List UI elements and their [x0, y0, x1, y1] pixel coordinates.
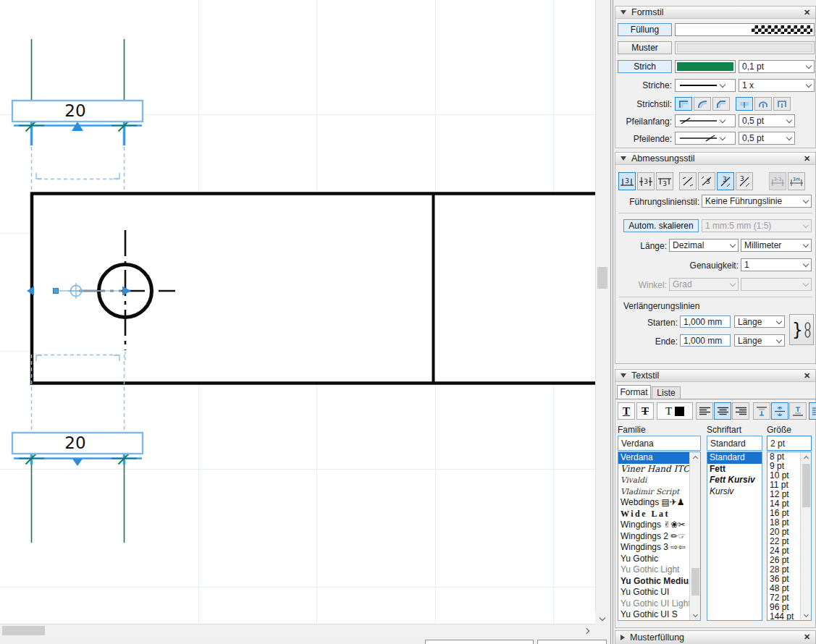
abmessungsstil-header[interactable]: Abmessungsstil ✕ [615, 153, 815, 165]
dash-style-combo[interactable] [675, 79, 736, 92]
list-item[interactable]: 12 pt [767, 490, 801, 499]
musterfuellung-header[interactable]: Musterfüllung ✕ [615, 631, 815, 644]
underline-button[interactable]: T [618, 402, 635, 420]
text-color-button[interactable]: T [657, 402, 693, 420]
partial-button-2[interactable] [537, 640, 607, 644]
list-item[interactable]: Yu Gothic Light [618, 564, 691, 576]
starten-input[interactable]: 1,000 mm [680, 315, 731, 328]
list-item[interactable]: 10 pt [767, 471, 801, 480]
font-style-input[interactable]: Standard [707, 436, 762, 451]
scroll-down-icon[interactable] [690, 610, 700, 620]
cap-square-button[interactable] [773, 97, 791, 111]
list-item[interactable]: 26 pt [767, 556, 801, 565]
strich-button[interactable]: Strich [618, 60, 672, 73]
join-round-button[interactable] [694, 97, 711, 111]
close-icon[interactable]: ✕ [802, 370, 812, 381]
list-item[interactable]: Wingdings 2 ✏☞ [618, 531, 691, 543]
size-list-scrollbar[interactable] [800, 452, 811, 620]
scroll-down-icon[interactable] [801, 610, 811, 620]
list-item[interactable]: Vivaldi [618, 475, 691, 486]
list-item[interactable]: Vladimir Script [618, 486, 691, 498]
dim-unit-button[interactable]: 3m [788, 172, 805, 190]
autom-skalieren-button[interactable]: Autom. skalieren [623, 219, 699, 232]
starten-unit-combo[interactable]: Länge [734, 315, 785, 328]
fill-swatch[interactable] [675, 23, 815, 36]
drawing-canvas[interactable]: 20 20 [0, 0, 595, 624]
list-item[interactable]: 48 pt [767, 584, 801, 593]
stroke-color-swatch[interactable] [675, 60, 736, 73]
muster-button[interactable]: Muster [618, 41, 672, 54]
dim-align-4-button[interactable]: 3 [736, 172, 753, 190]
horizontal-scrollbar-thumb[interactable] [2, 626, 45, 635]
list-item[interactable]: Standard [707, 452, 762, 464]
ende-unit-combo[interactable]: Länge [734, 334, 785, 347]
paragraph-style-1-button[interactable] [809, 402, 816, 420]
list-item[interactable]: Webdings ▤✈♟ [618, 497, 691, 509]
tab-format[interactable]: Format [617, 385, 651, 399]
list-item[interactable]: 14 pt [767, 499, 801, 509]
laenge-unit-combo[interactable]: Millimeter [741, 239, 812, 252]
fuellung-button[interactable]: Füllung [618, 23, 672, 36]
font-list-scrollbar[interactable] [689, 452, 700, 620]
list-item[interactable]: 36 pt [767, 575, 801, 584]
list-item[interactable]: Wingdings 3 ⇨⇦ [618, 542, 691, 554]
partial-button-1[interactable] [425, 640, 534, 644]
join-bevel-button[interactable] [712, 97, 730, 111]
link-start-end-button[interactable]: } [789, 314, 814, 345]
ende-input[interactable]: 1,000 mm [680, 334, 731, 347]
canvas-horizontal-scrollbar[interactable] [0, 624, 595, 637]
dim-align-2-button[interactable]: 3 [698, 172, 715, 190]
list-item[interactable]: Yu Gothic [618, 554, 691, 565]
valign-bottom-button[interactable] [789, 402, 807, 420]
dim-text-above-button[interactable]: 3 [618, 172, 636, 190]
list-item[interactable]: 24 pt [767, 546, 801, 556]
list-item[interactable]: Verdana [618, 452, 691, 464]
list-item[interactable]: 20 pt [767, 528, 801, 537]
pattern-swatch[interactable] [675, 41, 815, 54]
close-icon[interactable]: ✕ [802, 7, 812, 17]
dim-align-1-button[interactable] [679, 172, 697, 190]
scroll-up-icon[interactable] [690, 452, 700, 462]
dim-dual-button[interactable]: 3-3 [769, 172, 786, 190]
textstil-header[interactable]: Textstil ✕ [615, 370, 815, 382]
valign-middle-button[interactable] [771, 402, 788, 420]
arrow-end-combo[interactable] [675, 132, 736, 145]
align-left-button[interactable] [696, 402, 713, 420]
close-icon[interactable]: ✕ [802, 153, 812, 164]
font-family-list[interactable]: VerdanaViner Hand ITCVivaldiVladimir Scr… [618, 452, 701, 621]
cap-butt-button[interactable] [736, 97, 753, 111]
list-item[interactable]: 22 pt [767, 537, 801, 546]
align-right-button[interactable] [732, 402, 749, 420]
dim-text-inline-button[interactable]: 3 [637, 172, 655, 190]
close-icon[interactable]: ✕ [802, 632, 812, 642]
font-style-list[interactable]: StandardFettFett KursivKursiv [707, 452, 762, 621]
list-item[interactable]: Fett [707, 464, 762, 475]
scroll-down-button[interactable] [595, 611, 609, 624]
list-item[interactable]: Yu Gothic UI S [618, 609, 691, 621]
list-item[interactable]: 11 pt [767, 480, 801, 490]
list-item[interactable]: Yu Gothic Mediu [618, 576, 691, 588]
join-miter-button[interactable] [675, 97, 692, 111]
list-item[interactable]: 8 pt [767, 452, 801, 462]
fuehrungslinienstil-combo[interactable]: Keine Führungslinie [702, 195, 812, 208]
list-item[interactable]: Yu Gothic UI Light [618, 598, 691, 610]
arrow-start-combo[interactable] [675, 114, 736, 127]
list-item[interactable]: Yu Gothic UI [618, 587, 691, 598]
font-family-input[interactable]: Verdana [618, 436, 701, 451]
cap-round-button[interactable] [754, 97, 772, 111]
dimension-top[interactable]: 20 [12, 39, 143, 192]
list-item[interactable]: 144 pt [767, 612, 801, 621]
strikethrough-button[interactable]: T [636, 402, 654, 420]
size-list-thumb[interactable] [802, 464, 810, 507]
formstil-header[interactable]: Formstil ✕ [615, 7, 815, 19]
font-size-input[interactable]: 2 pt [767, 436, 812, 451]
dash-mult-combo[interactable]: 1 x [739, 79, 815, 92]
list-item[interactable]: Kursiv [707, 486, 762, 498]
arrow-start-size-combo[interactable]: 0,5 pt [739, 114, 795, 127]
list-item[interactable]: Wide Lat [618, 509, 691, 520]
genauigkeit-combo[interactable]: 1 [741, 258, 812, 271]
stroke-width-combo[interactable]: 0,1 pt [739, 60, 815, 73]
laenge-format-combo[interactable]: Dezimal [669, 239, 739, 252]
list-item[interactable]: 18 pt [767, 518, 801, 528]
valign-top-button[interactable] [753, 402, 770, 420]
